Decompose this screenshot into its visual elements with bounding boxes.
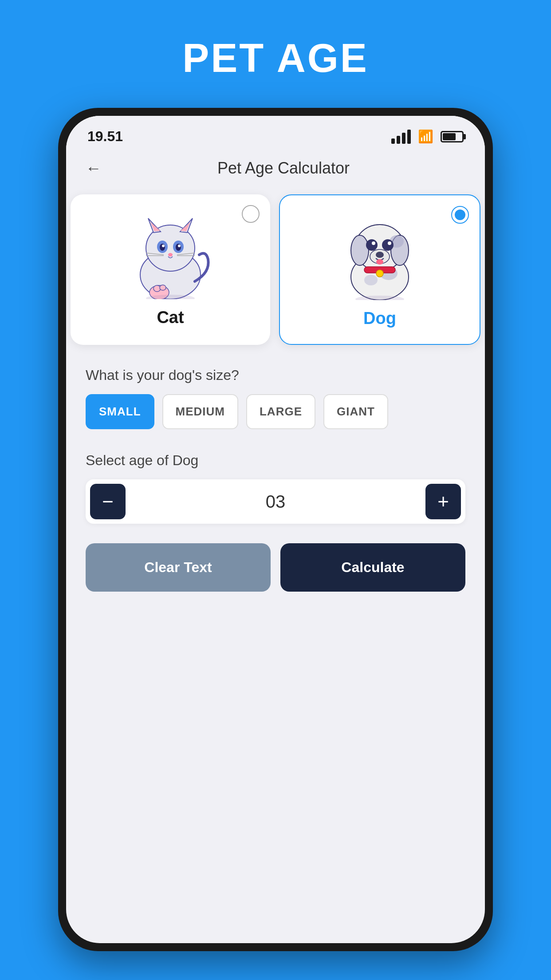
cat-card[interactable]: Cat — [71, 194, 270, 345]
svg-point-12 — [168, 253, 173, 257]
size-giant-button[interactable]: GIANT — [323, 394, 388, 429]
pet-selection: Cat — [66, 190, 485, 349]
size-medium-button[interactable]: MEDIUM — [162, 394, 238, 429]
phone-screen: 19.51 📶 ← Pet Age Calculator — [66, 116, 485, 943]
svg-point-25 — [351, 235, 369, 265]
svg-point-29 — [382, 239, 394, 251]
svg-point-37 — [355, 296, 404, 300]
size-buttons: SMALL MEDIUM LARGE GIANT — [86, 394, 465, 429]
svg-point-33 — [376, 252, 384, 258]
page-title: PET AGE — [182, 36, 369, 81]
status-icons: 📶 — [391, 129, 464, 144]
svg-point-23 — [364, 275, 378, 285]
wifi-icon: 📶 — [418, 129, 433, 144]
svg-point-11 — [178, 245, 181, 247]
battery-icon — [441, 131, 464, 142]
clear-button[interactable]: Clear Text — [86, 543, 271, 592]
signal-icon — [391, 130, 411, 144]
increment-button[interactable]: + — [425, 484, 461, 519]
status-time: 19.51 — [87, 128, 123, 145]
size-large-button[interactable]: LARGE — [246, 394, 315, 429]
calculate-button[interactable]: Calculate — [280, 543, 465, 592]
phone-frame: 19.51 📶 ← Pet Age Calculator — [58, 108, 493, 951]
content-area: What is your dog's size? SMALL MEDIUM LA… — [66, 349, 485, 943]
back-button[interactable]: ← — [86, 159, 102, 178]
age-label: Select age of Dog — [86, 452, 465, 469]
status-bar: 19.51 📶 — [66, 116, 485, 152]
svg-point-30 — [372, 241, 375, 245]
size-label: What is your dog's size? — [86, 367, 465, 383]
app-bar: ← Pet Age Calculator — [66, 152, 485, 190]
dog-card[interactable]: Dog — [279, 194, 480, 345]
svg-point-10 — [162, 245, 165, 247]
action-buttons: Clear Text Calculate — [86, 543, 465, 592]
svg-point-35 — [376, 270, 383, 277]
dog-label: Dog — [363, 309, 396, 328]
cat-label: Cat — [157, 308, 184, 327]
app-bar-title: Pet Age Calculator — [102, 159, 465, 178]
age-value: 03 — [126, 492, 425, 512]
cat-illustration — [122, 210, 219, 299]
size-small-button[interactable]: SMALL — [86, 394, 154, 429]
svg-point-8 — [160, 244, 165, 251]
svg-point-28 — [366, 239, 378, 251]
decrement-button[interactable]: − — [90, 484, 126, 519]
age-stepper: − 03 + — [86, 479, 465, 524]
svg-point-9 — [176, 244, 181, 251]
dog-radio[interactable] — [451, 206, 469, 224]
svg-point-31 — [388, 241, 391, 245]
svg-point-19 — [160, 285, 166, 290]
svg-point-36 — [376, 259, 383, 265]
dog-illustration — [331, 211, 429, 300]
cat-radio[interactable] — [242, 205, 260, 223]
